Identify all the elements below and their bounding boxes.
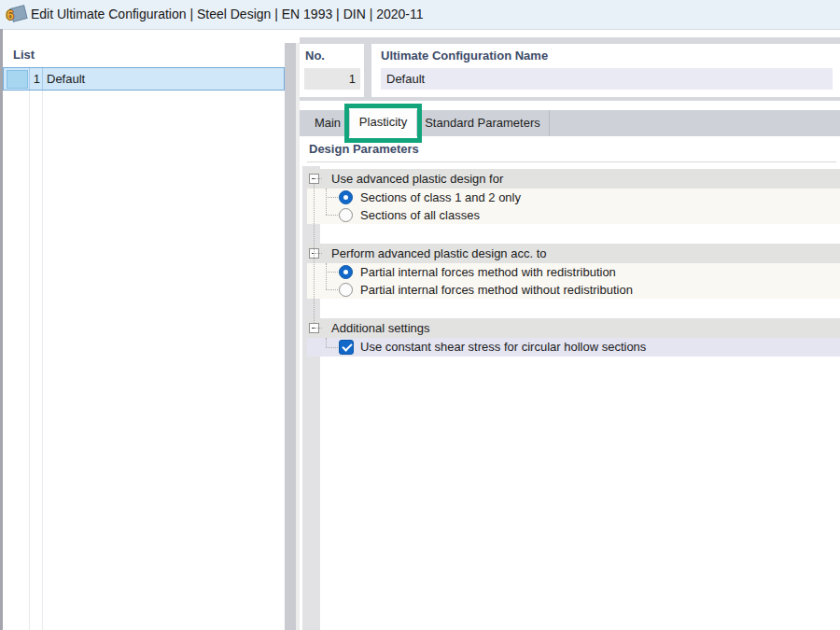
name-card: Ultimate Configuration Name Default: [371, 44, 840, 97]
configuration-name-label: Ultimate Configuration Name: [381, 49, 548, 63]
radio-without-redistribution[interactable]: [339, 283, 353, 297]
configuration-name-input[interactable]: Default: [381, 68, 833, 90]
option-label: Partial internal forces method with redi…: [360, 263, 616, 281]
group-label: Perform advanced plastic design acc. to: [331, 244, 547, 263]
list-color-swatch: [7, 70, 28, 89]
list-row-name: Default: [47, 68, 85, 90]
tree-line: [326, 272, 338, 273]
tab-standard-parameters[interactable]: Standard Parameters: [416, 110, 550, 136]
no-label: No.: [305, 49, 325, 63]
section-divider: [307, 161, 836, 162]
group-header-advanced-plastic-design: Use advanced plastic design for: [307, 169, 840, 189]
list-scrollbar[interactable]: [285, 43, 296, 630]
steel-design-module-icon: 6: [7, 5, 27, 24]
list-panel-title: List: [13, 48, 35, 62]
checkbox-constant-shear-stress[interactable]: [339, 340, 354, 355]
group-label: Use advanced plastic design for: [331, 169, 503, 189]
radio-sections-class-1-2-only[interactable]: [339, 190, 353, 204]
option-label: Sections of class 1 and 2 only: [360, 189, 521, 206]
title-bar: 6 Edit Ultimate Configuration | Steel De…: [0, 0, 840, 30]
list-column-divider: [29, 66, 30, 630]
annotation-highlight-plasticity: [344, 104, 422, 143]
list-row-default[interactable]: 1 Default: [3, 67, 285, 91]
tab-main[interactable]: Main: [305, 110, 350, 136]
number-card: No. 1: [300, 44, 364, 97]
group-header-plastic-design-acc-to: Perform advanced plastic design acc. to: [307, 244, 840, 263]
option-label: Use constant shear stress for circular h…: [360, 338, 646, 356]
icon-number: 6: [7, 7, 14, 22]
radio-sections-all-classes[interactable]: [339, 208, 353, 222]
tree-line: [326, 347, 338, 348]
option-row[interactable]: Sections of class 1 and 2 only: [307, 189, 840, 206]
tree-line: [326, 338, 327, 347]
radio-with-redistribution[interactable]: [339, 265, 353, 279]
group-header-additional-settings: Additional settings: [307, 318, 840, 338]
option-row[interactable]: Use constant shear stress for circular h…: [307, 338, 840, 357]
plasticity-tab-content: Design Parameters Use advanced plastic d…: [300, 136, 840, 630]
tree-line: [315, 253, 322, 254]
tree-line: [326, 263, 327, 289]
window-left-border: [0, 29, 3, 630]
design-parameters-title: Design Parameters: [309, 142, 419, 156]
list-column-divider: [42, 66, 43, 630]
row-divider: [42, 68, 43, 90]
option-row[interactable]: Sections of all classes: [307, 206, 840, 224]
option-label: Partial internal forces method without r…: [360, 281, 633, 299]
no-input[interactable]: 1: [304, 68, 360, 90]
tree-gutter: [302, 166, 320, 630]
tree-line: [326, 215, 338, 216]
option-row[interactable]: Partial internal forces method with redi…: [307, 263, 840, 281]
tree-line: [326, 289, 338, 290]
tree-line: [315, 328, 322, 329]
window-title: Edit Ultimate Configuration | Steel Desi…: [31, 0, 424, 29]
option-label: Sections of all classes: [360, 206, 480, 224]
tree-line: [326, 197, 338, 198]
group-label: Additional settings: [331, 318, 430, 338]
tree-line: [315, 178, 322, 179]
list-row-number: 1: [29, 68, 40, 90]
tree-line: [326, 189, 327, 215]
option-row[interactable]: Partial internal forces method without r…: [307, 281, 840, 299]
